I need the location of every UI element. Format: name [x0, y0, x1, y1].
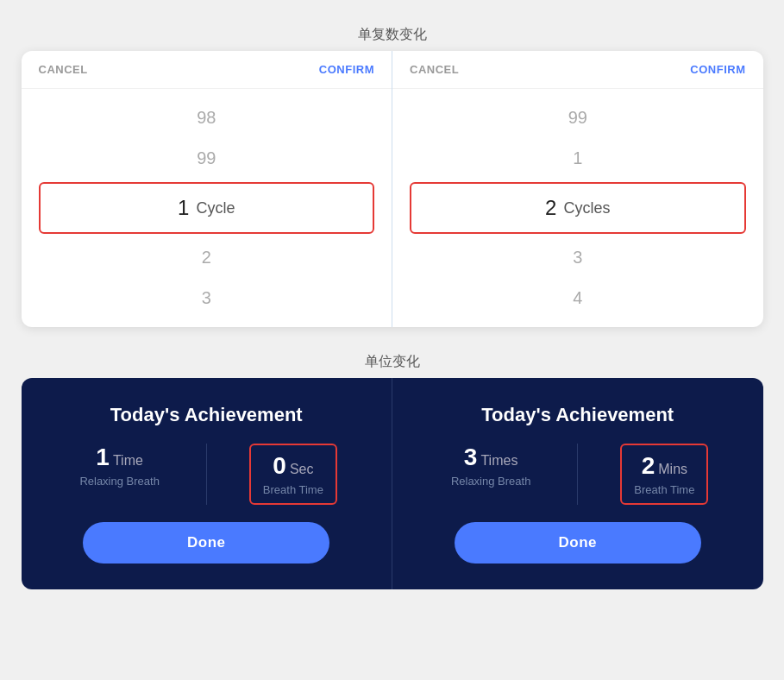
stat-unit-right: Times — [480, 453, 517, 469]
picker-items-left: 98 99 1 Cycle 2 3 — [22, 89, 392, 327]
confirm-button-right[interactable]: CONFIRM — [690, 63, 745, 76]
stat-main-left-highlight: 0 Sec — [273, 452, 313, 480]
stat-block-right-main: 3 Times Relaxing Breath — [413, 444, 568, 505]
achievement-card-right: Today's Achievement 3 Times Relaxing Bre… — [392, 378, 763, 589]
stat-highlight-box-right: 2 Mins Breath Time — [620, 444, 708, 505]
picker-header-left: CANCEL CONFIRM — [22, 51, 392, 89]
stat-number-right-highlight: 2 — [642, 452, 655, 480]
top-section-label: 单复数变化 — [17, 26, 767, 44]
picker-item[interactable]: 3 — [22, 278, 392, 318]
picker-item-selected-right[interactable]: 2 Cycles — [410, 182, 746, 234]
stat-highlight-box-left: 0 Sec Breath Time — [249, 444, 337, 505]
stat-divider-left — [206, 444, 207, 505]
top-section: 单复数变化 CANCEL CONFIRM 98 99 1 Cycle 2 — [17, 26, 767, 327]
stat-label-right-highlight: Breath Time — [634, 483, 694, 496]
picker-item[interactable]: 99 — [392, 98, 763, 138]
confirm-button-left[interactable]: CONFIRM — [319, 63, 374, 76]
stat-divider-right — [577, 444, 578, 505]
bottom-section: 单位变化 Today's Achievement 1 Time Relaxing… — [17, 353, 767, 589]
picker-item[interactable]: 1 — [392, 138, 763, 179]
picker-panel-right: CANCEL CONFIRM 99 1 2 Cycles 3 4 — [392, 51, 763, 327]
picker-header-right: CANCEL CONFIRM — [392, 51, 763, 89]
bottom-section-label: 单位变化 — [17, 353, 767, 371]
picker-item-selected-left[interactable]: 1 Cycle — [39, 182, 375, 234]
stat-block-left-main: 1 Time Relaxing Breath — [42, 444, 198, 505]
stat-number-left: 1 — [96, 444, 110, 471]
stat-main-left: 1 Time — [96, 444, 143, 471]
picker-unit-left: Cycle — [196, 199, 235, 217]
achievement-stats-right: 3 Times Relaxing Breath 2 Mins Breath Ti… — [413, 444, 743, 505]
stat-main-right-highlight: 2 Mins — [642, 452, 687, 480]
stat-block-left-highlighted: 0 Sec Breath Time — [216, 444, 371, 505]
achievement-title-right: Today's Achievement — [481, 404, 674, 426]
picker-item[interactable]: 4 — [392, 278, 763, 318]
achievement-title-left: Today's Achievement — [110, 404, 303, 426]
cancel-button-right[interactable]: CANCEL — [410, 63, 459, 76]
picker-container: CANCEL CONFIRM 98 99 1 Cycle 2 3 — [22, 51, 763, 327]
done-button-left[interactable]: Done — [83, 522, 329, 564]
stat-number-right: 3 — [464, 444, 478, 471]
stat-label-left-highlight: Breath Time — [263, 483, 323, 496]
achievement-card-left: Today's Achievement 1 Time Relaxing Brea… — [22, 378, 393, 589]
stat-unit-left: Time — [113, 453, 143, 469]
stat-unit-left-highlight: Sec — [290, 462, 314, 477]
cancel-button-left[interactable]: CANCEL — [39, 63, 88, 76]
picker-unit-right: Cycles — [563, 199, 610, 217]
stat-unit-right-highlight: Mins — [658, 462, 687, 477]
achievement-container: Today's Achievement 1 Time Relaxing Brea… — [22, 378, 763, 589]
picker-panel-left: CANCEL CONFIRM 98 99 1 Cycle 2 3 — [22, 51, 393, 327]
stat-block-right-highlighted: 2 Mins Breath Time — [586, 444, 742, 505]
stat-label-left: Relaxing Breath — [79, 475, 160, 488]
picker-item[interactable]: 99 — [22, 138, 392, 179]
picker-item[interactable]: 98 — [22, 98, 392, 138]
achievement-stats-left: 1 Time Relaxing Breath 0 Sec Breath Time — [42, 444, 372, 505]
picker-items-right: 99 1 2 Cycles 3 4 — [392, 89, 763, 327]
stat-label-right: Relaxing Breath — [451, 475, 531, 488]
stat-main-right: 3 Times — [464, 444, 518, 471]
done-button-right[interactable]: Done — [455, 522, 701, 564]
picker-item[interactable]: 2 — [22, 237, 392, 278]
stat-number-left-highlight: 0 — [273, 452, 286, 480]
picker-item[interactable]: 3 — [392, 237, 763, 278]
